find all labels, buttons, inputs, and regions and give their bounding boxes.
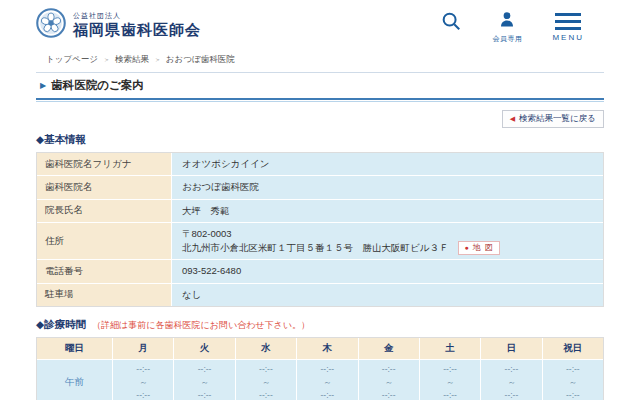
basic-info-heading: ◆基本情報: [36, 133, 604, 147]
time-end: --:--: [236, 389, 296, 400]
time-start: --:--: [481, 363, 541, 376]
back-button-label: 検索結果一覧に戻る: [519, 113, 596, 125]
row-label: 歯科医院名フリガナ: [37, 153, 172, 175]
map-pin-icon: ●: [464, 242, 469, 254]
time-separator: ～: [420, 376, 480, 389]
time-end: --:--: [297, 389, 357, 400]
logo-emblem-icon: [36, 8, 66, 42]
time-start: --:--: [543, 363, 603, 376]
row-value-line: 〒802-0003: [182, 227, 593, 241]
table-row: 駐車場なし: [37, 284, 603, 306]
time-start: --:--: [174, 363, 234, 376]
table-row: 住所〒802-0003北九州市小倉北区米町１丁目５番１５号 勝山大阪町ビル３Ｆ●…: [37, 223, 603, 261]
breadcrumb-item[interactable]: 検索結果: [115, 54, 149, 64]
back-arrow-icon: ◀: [510, 115, 515, 123]
breadcrumb-item[interactable]: トップページ: [46, 54, 98, 64]
time-start: --:--: [297, 363, 357, 376]
hamburger-icon: [555, 10, 581, 30]
schedule-header-row: 曜日月火水木金土日祝日: [37, 338, 603, 359]
title-arrow-icon: ▶: [40, 81, 46, 90]
time-separator: ～: [297, 376, 357, 389]
schedule-header-cell: 曜日: [37, 338, 113, 359]
page-container: 公益社団法人 福岡県歯科医師会: [0, 0, 640, 400]
menu-button[interactable]: MENU: [552, 10, 584, 42]
row-value-line: おおつぼ歯科医院: [182, 180, 593, 194]
search-icon: [440, 10, 462, 36]
schedule-time-cell: --:--～--:--: [174, 360, 235, 400]
time-separator: ～: [236, 376, 296, 389]
schedule-header-cell: 日: [481, 338, 542, 359]
header-actions: 会員専用 MENU: [440, 8, 584, 44]
row-label: 駐車場: [37, 284, 172, 306]
map-button[interactable]: ●地 図: [458, 241, 499, 255]
row-value-line: オオツボシカイイン: [182, 157, 593, 171]
breadcrumb-separator: ＞: [103, 56, 110, 63]
schedule-row-label: 午前: [37, 360, 113, 400]
back-row: ◀ 検索結果一覧に戻る: [36, 107, 604, 122]
schedule-time-cell: --:--～--:--: [481, 360, 542, 400]
row-value-line: 大坪 秀範: [182, 204, 593, 218]
row-value-line: 093-522-6480: [182, 264, 593, 278]
time-end: --:--: [420, 389, 480, 400]
schedule-header-cell: 金: [359, 338, 420, 359]
schedule-time-cell: --:--～--:--: [359, 360, 420, 400]
time-start: --:--: [359, 363, 419, 376]
map-button-label: 地 図: [473, 242, 494, 254]
row-value-text: おおつぼ歯科医院: [182, 180, 259, 194]
schedule-header-cell: 火: [174, 338, 235, 359]
row-value-line: 北九州市小倉北区米町１丁目５番１５号 勝山大阪町ビル３Ｆ●地 図: [182, 241, 593, 255]
row-value: なし: [172, 284, 603, 306]
row-value-text: オオツボシカイイン: [182, 157, 270, 171]
person-icon: [498, 10, 516, 32]
logo[interactable]: 公益社団法人 福岡県歯科医師会: [36, 8, 201, 42]
schedule-time-cell: --:--～--:--: [113, 360, 174, 400]
row-value-text: 大坪 秀範: [182, 204, 230, 218]
time-end: --:--: [543, 389, 603, 400]
schedule-row: 午前--:--～--:----:--～--:----:--～--:----:--…: [37, 359, 603, 400]
breadcrumb-item: おおつぼ歯科医院: [166, 54, 235, 64]
title-underline: [36, 101, 604, 102]
schedule-header-cell: 祝日: [543, 338, 603, 359]
time-separator: ～: [113, 376, 173, 389]
table-row: 院長氏名大坪 秀範: [37, 200, 603, 223]
breadcrumb-separator: ＞: [154, 56, 161, 63]
schedule-time-cell: --:--～--:--: [297, 360, 358, 400]
row-value-text: なし: [182, 288, 201, 302]
member-button[interactable]: 会員専用: [492, 10, 522, 44]
hours-heading: ◆診療時間（詳細は事前に各歯科医院にお問い合わせ下さい。）: [36, 318, 604, 332]
row-value: オオツボシカイイン: [172, 153, 603, 175]
row-label: 住所: [37, 223, 172, 260]
time-start: --:--: [420, 363, 480, 376]
table-row: 歯科医院名フリガナオオツボシカイイン: [37, 153, 603, 176]
table-row: 電話番号093-522-6480: [37, 260, 603, 283]
row-value-text: 〒802-0003: [182, 227, 232, 241]
row-value: おおつぼ歯科医院: [172, 176, 603, 198]
site-header: 公益社団法人 福岡県歯科医師会: [36, 0, 604, 48]
schedule-time-cell: --:--～--:--: [543, 360, 603, 400]
basic-info-heading-text: ◆基本情報: [36, 133, 86, 145]
search-button[interactable]: [440, 10, 462, 36]
hours-heading-text: ◆診療時間: [36, 318, 86, 330]
page-title: 歯科医院のご案内: [51, 78, 144, 93]
page-title-bar: ▶ 歯科医院のご案内: [36, 72, 604, 100]
schedule-time-cell: --:--～--:--: [420, 360, 481, 400]
row-value-text: 093-522-6480: [182, 264, 241, 278]
time-start: --:--: [113, 363, 173, 376]
schedule-time-cell: --:--～--:--: [236, 360, 297, 400]
schedule-header-cell: 木: [297, 338, 358, 359]
row-value: 〒802-0003北九州市小倉北区米町１丁目５番１５号 勝山大阪町ビル３Ｆ●地 …: [172, 223, 603, 260]
menu-label: MENU: [552, 33, 584, 42]
row-value-text: 北九州市小倉北区米町１丁目５番１５号 勝山大阪町ビル３Ｆ: [182, 241, 448, 255]
time-end: --:--: [359, 389, 419, 400]
schedule-header-cell: 水: [236, 338, 297, 359]
member-label: 会員専用: [492, 34, 522, 44]
basic-info-table: 歯科医院名フリガナオオツボシカイイン歯科医院名おおつぼ歯科医院院長氏名大坪 秀範…: [36, 152, 604, 307]
time-separator: ～: [359, 376, 419, 389]
row-label: 院長氏名: [37, 200, 172, 222]
hours-note: （詳細は事前に各歯科医院にお問い合わせ下さい。）: [92, 320, 310, 330]
org-type: 公益社団法人: [73, 11, 201, 21]
back-to-results-button[interactable]: ◀ 検索結果一覧に戻る: [502, 110, 604, 128]
schedule-table: 曜日月火水木金土日祝日午前--:--～--:----:--～--:----:--…: [36, 337, 604, 400]
breadcrumb: トップページ＞検索結果＞おおつぼ歯科医院: [36, 48, 604, 70]
time-end: --:--: [113, 389, 173, 400]
